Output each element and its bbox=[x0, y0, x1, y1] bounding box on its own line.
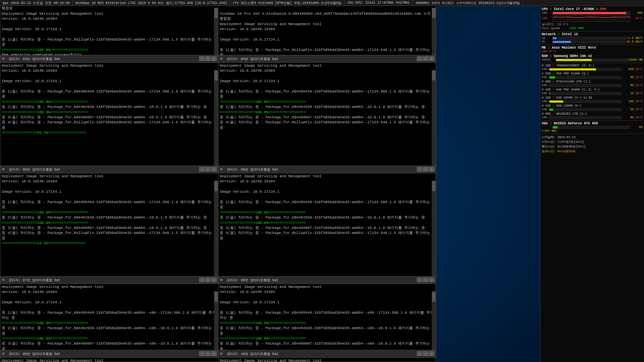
disk-4-pct: 100 bbox=[542, 100, 548, 103]
cmd-icon-09: ⊞ bbox=[2, 352, 7, 356]
scrollbar-08[interactable] bbox=[432, 291, 436, 350]
t03-l4 bbox=[2, 84, 217, 89]
minimize-btn-05[interactable]: ─ bbox=[199, 167, 205, 172]
close-btn-05[interactable]: ✕ bbox=[211, 167, 217, 172]
cmd-icon-03: ⊞ bbox=[2, 57, 7, 61]
maximize-btn-05[interactable]: □ bbox=[205, 167, 211, 172]
t08-l8: ================100.0%================= bbox=[220, 336, 434, 341]
disk-3-pct: 100 bbox=[542, 92, 548, 95]
vga-label: VGA : NVIDIA GeForce GTX 650 bbox=[542, 122, 643, 125]
cpu-freq: 4.90W bbox=[596, 7, 606, 11]
minimize-btn-09[interactable]: ─ bbox=[199, 351, 205, 356]
t05-l10: 중 4(을) 처리하는 중 - Package_for_RollupFix-31… bbox=[2, 231, 217, 241]
t05-l5: 중 1(을) 처리하는 중 - Package_for_KB4495449-31… bbox=[2, 200, 217, 210]
term-tl-line4: Image Version: 10.0.17134.1 bbox=[2, 27, 217, 32]
titlebar-05-text: 관리자: 05번 업데이트통합 bat bbox=[9, 167, 216, 172]
cmd-icon-08: ⊞ bbox=[220, 278, 225, 283]
maximize-btn-03[interactable]: □ bbox=[205, 56, 211, 61]
terminal-05: ⊞ 관리자: 05번 업데이트통합 bat ─ □ ✕ Deployment I… bbox=[0, 166, 218, 277]
titlebar-03-text: 관리자: 03번 업데이트통합 bat bbox=[9, 57, 216, 61]
minimize-btn-07[interactable]: ─ bbox=[199, 278, 205, 282]
term-tr-line1 bbox=[220, 6, 434, 11]
elapsed-time: 경과시간: 0시12분33초 bbox=[542, 149, 643, 154]
disk-3-bar-c bbox=[549, 92, 621, 95]
t07-l4 bbox=[2, 305, 217, 310]
close-btn-08[interactable]: ✕ bbox=[429, 278, 434, 282]
t05-l7: 중 2(을) 처리하는 중 - Package_for_KB4462930-31… bbox=[2, 215, 217, 220]
minimize-btn-10[interactable]: ─ bbox=[417, 351, 422, 356]
close-btn-04[interactable]: ✕ bbox=[429, 56, 434, 61]
titlebar-05: ⊞ 관리자: 05번 업데이트통합 bat ─ □ ✕ bbox=[0, 166, 218, 173]
t03-l6: ================100.0%================= bbox=[2, 100, 217, 105]
disk-0-pct: 100 bbox=[542, 68, 548, 71]
maximize-btn-07[interactable]: □ bbox=[205, 278, 211, 282]
divider-3 bbox=[542, 63, 643, 63]
t03-l8: ================100.0%================= bbox=[2, 110, 217, 115]
disk-0-temp: 32°C bbox=[635, 68, 643, 71]
maximize-btn-06[interactable]: □ bbox=[423, 167, 428, 172]
minimize-btn-06[interactable]: ─ bbox=[417, 167, 422, 172]
maximize-btn-04[interactable]: □ bbox=[423, 56, 428, 61]
titlebar-10: ⊞ 관리자: 10번 업데이트통합 bat ─ □ ✕ bbox=[218, 350, 436, 358]
vga-mem-label: A bbox=[542, 129, 543, 133]
maximize-btn-08[interactable]: □ bbox=[423, 278, 428, 282]
scrollbar-top-left[interactable] bbox=[214, 8, 218, 55]
disk-6: 6 HDD : WD10EZEX 1TB (S:) 100 0% 34°C bbox=[542, 112, 643, 119]
t04-l10: 중 4(을) 처리하는 중 - Package_for_RollupFix-31… bbox=[220, 120, 434, 130]
check-time: 확인시간: 8시10분30초[24시] bbox=[542, 144, 643, 149]
cpu-temp-value: 61°C bbox=[631, 17, 643, 20]
scrollbar-04[interactable] bbox=[432, 70, 436, 166]
t08-l0: Deployment Image Servicing and Managemen… bbox=[220, 285, 434, 290]
scrollbar-top-right[interactable] bbox=[432, 8, 436, 55]
terminal-10: ⊞ 관리자: 10번 업데이트통합 bat ─ □ ✕ Deployment I… bbox=[218, 350, 436, 362]
term-tr-line7 bbox=[220, 42, 434, 47]
disk-3-label: 3 SSD : 840 PRO 256GB (C: E: F:) bbox=[542, 88, 643, 92]
t06-l2 bbox=[220, 184, 434, 189]
t08-l1: Version: 10.0.10240.16384 bbox=[220, 290, 434, 295]
titlebar-buttons-09: ─ □ ✕ bbox=[199, 351, 217, 356]
t05-l6: ================100.0%================= bbox=[2, 210, 217, 215]
maximize-btn-09[interactable]: □ bbox=[205, 351, 211, 356]
scrollbar-06[interactable] bbox=[432, 181, 436, 276]
close-btn-10[interactable]: ✕ bbox=[429, 351, 434, 356]
disk-3-temp: 30°C bbox=[635, 92, 643, 95]
minimize-btn-08[interactable]: ─ bbox=[417, 278, 422, 282]
cpu-section: CPU : Intel Core i7 -6700K 4.90W 100 95%… bbox=[542, 7, 643, 30]
close-btn-03[interactable]: ✕ bbox=[211, 56, 217, 61]
minimize-btn-03[interactable]: ─ bbox=[199, 56, 205, 61]
close-btn-07[interactable]: ✕ bbox=[211, 278, 217, 282]
cpu-usage-bar bbox=[553, 12, 626, 14]
terminal-03-content: Deployment Image Servicing and Managemen… bbox=[0, 63, 218, 166]
disk-0-label: 0 SSD : THNSNH256GBST (G: D:) bbox=[542, 64, 643, 67]
disk-6-temp: 34°C bbox=[635, 116, 643, 119]
term-tl-line7: ================100.0%================= bbox=[2, 48, 217, 53]
scrollbar-03[interactable] bbox=[214, 70, 218, 166]
t03-l10: 중 4(을) 처리하는 중 - Package_for_RollupFix-31… bbox=[2, 120, 217, 130]
disk-0-bar-c bbox=[549, 68, 621, 71]
maximize-btn-10[interactable]: □ bbox=[423, 351, 428, 356]
t07-l8: ================100.0%================= bbox=[2, 336, 217, 341]
cmd-icon-04: ⊞ bbox=[220, 57, 225, 61]
scrollbar-07[interactable] bbox=[214, 291, 218, 350]
close-btn-06[interactable]: ✕ bbox=[429, 167, 434, 172]
disk-4-usage: 19% bbox=[622, 100, 634, 103]
divider-4 bbox=[542, 120, 643, 121]
t06-l4 bbox=[220, 195, 434, 200]
ram-bar bbox=[556, 59, 592, 61]
divider-5 bbox=[542, 134, 643, 134]
disk-1-label: 1 SSD : 850 PRO 512GB (Q:) bbox=[542, 72, 643, 75]
scrollbar-05[interactable] bbox=[214, 181, 218, 276]
t05-l2 bbox=[2, 184, 217, 189]
terminal-10-content: Deployment Image Servicing and Managemen… bbox=[218, 358, 436, 362]
cpu-fan-value: 1201 RPM bbox=[569, 27, 584, 30]
t06-l5: 중 1(을) 처리하는 중 - Package_for_KB4495449-31… bbox=[220, 200, 434, 210]
terminal-09-content: Deployment Image Servicing and Managemen… bbox=[0, 358, 218, 362]
titlebar-08: ⊞ 관리자: 08번 업데이트통합 bat ─ □ ✕ bbox=[218, 277, 436, 284]
cpu-temp-label: 100 bbox=[542, 17, 552, 20]
titlebar-buttons-06: ─ □ ✕ bbox=[417, 167, 434, 172]
minimize-btn-04[interactable]: ─ bbox=[417, 56, 422, 61]
close-btn-09[interactable]: ✕ bbox=[211, 351, 217, 356]
titlebar-07: ⊞ 관리자: 07번 업데이트통합 bat ─ □ ✕ bbox=[0, 277, 218, 284]
t03-l3: Image Version: 10.0.17134.1 bbox=[2, 79, 217, 84]
t04-l9: 중 3(을) 처리하는 중 - Package_for_KB4489907-31… bbox=[220, 115, 434, 120]
